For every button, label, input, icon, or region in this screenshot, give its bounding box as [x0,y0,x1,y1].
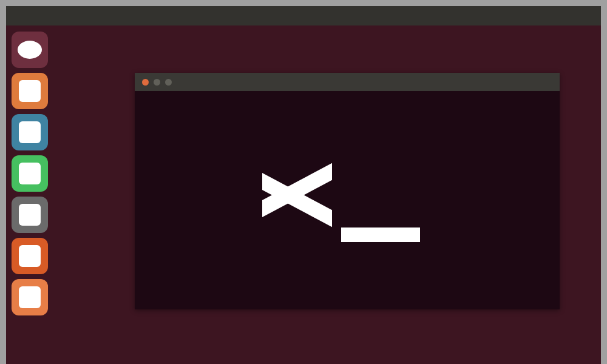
app-icon [19,121,41,143]
launcher-app-green[interactable] [12,155,48,192]
minimize-icon[interactable] [154,79,160,86]
app-icon [19,163,41,184]
app-icon [19,204,41,226]
terminal-body[interactable]: > _ [135,91,560,309]
launcher-app-light-orange[interactable] [12,279,48,315]
monitor-bezel: > _ [0,0,607,364]
close-icon[interactable] [142,79,149,86]
app-icon [19,80,41,102]
prompt-caret-icon [262,152,335,237]
top-menu-bar[interactable] [6,6,601,25]
dash-home-icon[interactable] [12,32,48,68]
app-icon [19,245,41,267]
app-icon [19,286,41,308]
terminal-window[interactable]: > _ [135,73,560,309]
launcher-app-blue[interactable] [12,114,48,150]
ubuntu-logo-icon [18,41,42,59]
launcher-app-orange[interactable] [12,73,48,109]
window-titlebar[interactable] [135,73,560,91]
launcher-app-grey[interactable] [12,197,48,233]
maximize-icon[interactable] [165,79,172,86]
launcher-app-deep-orange[interactable] [12,238,48,274]
desktop: > _ [6,6,601,364]
launcher-dock [6,25,53,364]
prompt-cursor-icon [341,228,420,242]
